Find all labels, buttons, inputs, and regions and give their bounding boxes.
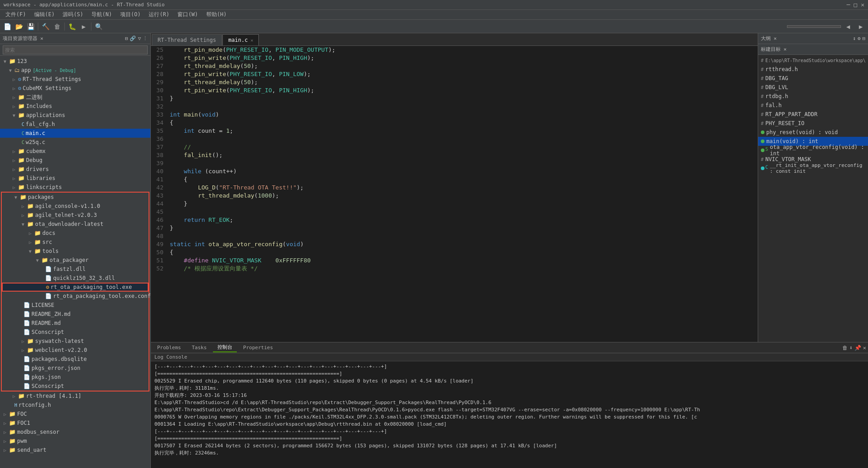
tree-ota-tools[interactable]: ▼ 📁 tools: [2, 247, 149, 256]
outline-item-rt-app[interactable]: # RT_APP_PART_ADDR: [758, 110, 868, 119]
search-input[interactable]: [3, 45, 148, 54]
toolbar-debug[interactable]: 🐛: [67, 21, 77, 32]
tree-item-app[interactable]: ▼ 🗂 app [Active - Debug]: [0, 66, 150, 75]
tree-binary[interactable]: ▷ 📁 二进制: [0, 93, 150, 102]
tree-rtconfig[interactable]: H rtconfig.h: [0, 400, 150, 410]
outline-item-rtthread[interactable]: # rtthread.h: [758, 65, 868, 74]
tree-rt-packaging-tool[interactable]: ⚙ rt_ota_packaging_tool.exe: [2, 283, 149, 292]
tree-rt-thread[interactable]: ▷ 📁 rt-thread [4.1.1]: [0, 392, 150, 400]
console-clear-icon[interactable]: 🗑: [842, 345, 848, 351]
toolbar-run[interactable]: ▶: [78, 21, 89, 32]
tree-sconscript[interactable]: 📄 SConscript: [2, 328, 149, 337]
menu-item-n[interactable]: 导航(N): [88, 10, 116, 19]
tree-rt-packaging-config[interactable]: 📄 rt_ota_packaging_tool.exe.config: [2, 292, 149, 301]
tree-readme-zh[interactable]: 📄 README_ZH.md: [2, 310, 149, 319]
tree-foc1[interactable]: ▷ 📁 FOC1: [0, 418, 150, 428]
menu-item-s[interactable]: 源码(S): [59, 10, 87, 19]
expand-all-icon[interactable]: ▽: [138, 36, 141, 41]
outline-item-phy-reset-io[interactable]: # PHY_RESET_IO: [758, 119, 868, 128]
tree-packages-db[interactable]: 📄 packages.dbsqlite: [2, 355, 149, 364]
minimize-button[interactable]: ─: [847, 1, 850, 8]
tree-foc[interactable]: ▷ 📁 FOC: [0, 410, 150, 418]
tree-applications[interactable]: ▼ 📁 applications: [0, 111, 150, 120]
toolbar-back[interactable]: ◀: [843, 21, 854, 32]
outline-sort-icon[interactable]: ↕: [853, 36, 856, 41]
tree-send-uart[interactable]: ▷ 📁 send_uart: [0, 446, 150, 454]
maximize-button[interactable]: □: [854, 1, 857, 8]
console-pin-icon[interactable]: 📌: [854, 345, 861, 351]
tree-sconscript2[interactable]: 📄 SConscript: [2, 382, 149, 391]
outline-collapse-icon[interactable]: ⊟: [862, 36, 865, 41]
tree-agile-console[interactable]: ▷ 📁 agile_console-v1.1.0: [2, 202, 149, 211]
menu-item-e[interactable]: 编辑(E): [31, 10, 59, 19]
tree-modbus-sensor[interactable]: ▷ 📁 modbus_sensor: [0, 428, 150, 436]
menu-item-f[interactable]: 文件(F): [2, 10, 30, 19]
toolbar-forward[interactable]: ▶: [855, 21, 866, 32]
tab-close-icon[interactable]: ✕: [250, 38, 253, 43]
tab-main-c[interactable]: main.c ✕: [222, 34, 259, 45]
outline-item-dbg-lvl[interactable]: # DBG_LVL: [758, 83, 868, 92]
tree-linkscripts[interactable]: ▷ 📁 linkscripts: [0, 183, 150, 192]
tab-console[interactable]: 控制台: [213, 343, 237, 352]
tab-problems[interactable]: Problems: [153, 344, 185, 351]
outline-item-rt-init[interactable]: C __rt_init_ota_app_vtor_reconfig : cons…: [758, 164, 868, 173]
outline-item-dbg-tag[interactable]: # DBG_TAG: [758, 74, 868, 83]
toolbar-search[interactable]: 🔍: [93, 21, 104, 32]
console-content[interactable]: [---+---+---+---+---+---+---+---+---+---…: [151, 361, 868, 468]
tree-packages[interactable]: ▼ 📁 packages: [2, 193, 149, 202]
tree-rt-thread-settings[interactable]: ▷ ⚙ RT-Thread Settings: [0, 75, 150, 84]
toolbar-new[interactable]: 📄: [2, 21, 13, 32]
tree-label: 123: [17, 58, 27, 64]
tree-syswatch[interactable]: ▷ 📁 syswatch-latest: [2, 337, 149, 346]
tree-drivers[interactable]: ▷ 📁 drivers: [0, 165, 150, 174]
tree-webclient[interactable]: ▷ 📁 webclient-v2.2.0: [2, 346, 149, 355]
outline-item-ota-vtor[interactable]: S ota_app_vtor_reconfig(void) : int: [758, 146, 868, 155]
toolbar-save[interactable]: 💾: [25, 21, 36, 32]
close-explorer-icon[interactable]: ⋮: [143, 36, 148, 41]
outline-item-phy-reset-fn[interactable]: phy_reset(void) : void: [758, 128, 868, 137]
tree-libraries[interactable]: ▷ 📁 libraries: [0, 174, 150, 183]
tab-properties[interactable]: Properties: [239, 344, 277, 351]
toolbar-open[interactable]: 📂: [14, 21, 24, 32]
tree-license[interactable]: 📄 LICENSE: [2, 301, 149, 310]
tree-agile-telnet[interactable]: ▷ 📁 agile_telnet-v2.0.3: [2, 211, 149, 220]
tree-main-c[interactable]: C main.c: [0, 129, 150, 138]
outline-item-path[interactable]: # E:\app\RT-ThreadStudio\workspace\app\: [758, 56, 868, 65]
tree-cubemx[interactable]: ▷ 📁 cubemx: [0, 147, 150, 156]
tab-rt-thread-settings[interactable]: RT-Thread Settings: [152, 34, 222, 45]
tree-cubemx-settings[interactable]: ▷ ⚙ CubeMX Settings: [0, 84, 150, 93]
outline-gear-icon[interactable]: ⚙: [858, 36, 861, 41]
tree-pkgs-error[interactable]: 📄 pkgs_error.json: [2, 364, 149, 373]
tree-w25q[interactable]: C w25q.c: [0, 138, 150, 147]
menu-item-h[interactable]: 帮助(H): [203, 10, 231, 19]
tree-debug[interactable]: ▷ 📁 Debug: [0, 156, 150, 165]
toolbar-search-box[interactable]: [787, 25, 841, 28]
collapse-all-icon[interactable]: ⊟: [125, 36, 128, 41]
dot-cyan-1: [761, 166, 764, 170]
tree-ota-docs[interactable]: ▷ 📁 docs: [2, 229, 149, 238]
menu-item-w[interactable]: 窗口(W): [174, 10, 202, 19]
tree-pwm[interactable]: ▷ 📁 pwm: [0, 436, 150, 446]
menu-item-o[interactable]: 项目(O): [117, 10, 145, 19]
console-scroll-icon[interactable]: ⬇: [850, 345, 853, 351]
tree-ota-downloader[interactable]: ▼ 📁 ota_downloader-latest: [2, 220, 149, 229]
tree-root-123[interactable]: ▼ 📁 123: [0, 57, 150, 66]
code-editor[interactable]: 25 rt_pin_mode(PHY_RESET_IO, PIN_MODE_OU…: [151, 46, 758, 342]
toolbar-clean[interactable]: 🗑: [52, 21, 63, 32]
tab-tasks[interactable]: Tasks: [187, 344, 211, 351]
tree-ota-src[interactable]: ▷ 📁 src: [2, 238, 149, 247]
outline-item-rtdbg[interactable]: # rtdbg.h: [758, 92, 868, 101]
tree-fal-cfg[interactable]: C fal_cfg.h: [0, 120, 150, 129]
tree-fastzl[interactable]: 📄 fastzl.dll: [2, 265, 149, 274]
outline-item-fal[interactable]: # fal.h: [758, 101, 868, 110]
tree-ota-packager[interactable]: ▼ 📁 ota_packager: [2, 256, 149, 265]
menu-item-r[interactable]: 运行(R): [145, 10, 173, 19]
tree-pkgs-json[interactable]: 📄 pkgs.json: [2, 373, 149, 382]
toolbar-build[interactable]: 🔨: [40, 21, 51, 32]
link-icon[interactable]: 🔗: [130, 36, 136, 41]
tree-readme[interactable]: 📄 README.md: [2, 319, 149, 328]
tree-quicklz[interactable]: 📄 quicklz150_32_3.dll: [2, 274, 149, 283]
tree-includes[interactable]: ▷ 📁 Includes: [0, 102, 150, 111]
console-close-icon[interactable]: ✕: [863, 345, 866, 351]
close-button[interactable]: ✕: [861, 1, 864, 8]
